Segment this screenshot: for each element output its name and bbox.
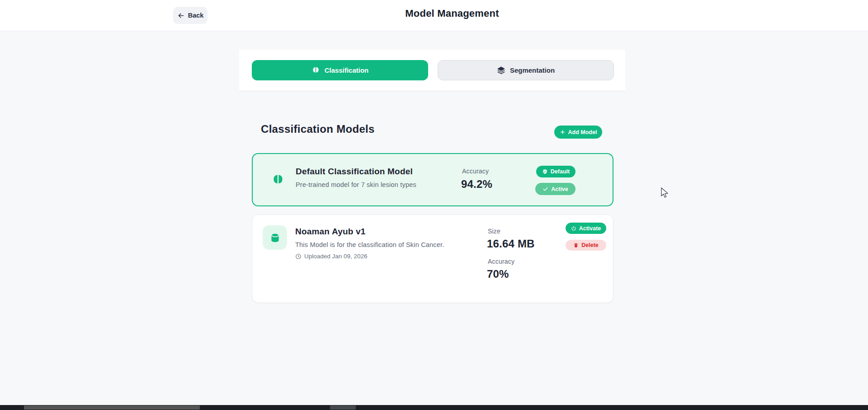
default-badge-label: Default (551, 168, 570, 175)
add-model-button[interactable]: Add Model (554, 126, 602, 139)
cube-icon (269, 232, 281, 244)
uploaded-row: Uploaded Jan 09, 2026 (295, 253, 368, 260)
tab-classification[interactable]: Classification (252, 60, 428, 80)
model-description: Pre-trained model for 7 skin lesion type… (296, 181, 416, 188)
arrow-left-icon (177, 12, 185, 19)
size-label: Size (488, 228, 500, 235)
section-heading: Classification Models (261, 123, 375, 135)
back-button-label: Back (188, 12, 204, 19)
active-badge: Active (535, 183, 576, 195)
accuracy-label: Accuracy (462, 168, 489, 175)
activate-button-label: Activate (579, 225, 601, 232)
uploaded-label: Uploaded Jan 09, 2026 (304, 253, 368, 260)
shield-icon (542, 169, 548, 175)
scrollbar-segment[interactable] (330, 405, 356, 410)
layers-icon (497, 66, 505, 75)
brain-icon (271, 173, 285, 186)
power-icon (571, 226, 576, 231)
page-title: Model Management (405, 8, 499, 19)
model-description: This Model is for the classification of … (295, 241, 444, 248)
tabs-bar: Classification Segmentation (239, 50, 625, 91)
mouse-cursor (660, 187, 670, 199)
model-card-default: Default Classification Model Pre-trained… (252, 153, 613, 206)
plus-icon (560, 129, 566, 135)
back-button[interactable]: Back (173, 7, 208, 24)
model-name: Noaman Ayub v1 (295, 227, 366, 237)
size-value: 16.64 MB (487, 238, 535, 250)
activate-button[interactable]: Activate (566, 223, 606, 234)
model-card-noaman: Noaman Ayub v1 This Model is for the cla… (252, 214, 613, 303)
model-icon-tile (263, 225, 287, 250)
scrollbar-thumb[interactable] (24, 405, 200, 410)
add-model-label: Add Model (568, 129, 597, 135)
trash-icon (573, 242, 579, 248)
delete-button[interactable]: Delete (566, 240, 606, 251)
tab-segmentation-label: Segmentation (510, 66, 555, 74)
tab-segmentation[interactable]: Segmentation (438, 60, 614, 80)
check-icon (542, 186, 548, 192)
model-management-page: Back Model Management Classification (0, 0, 868, 410)
accuracy-value: 94.2% (461, 178, 492, 191)
accuracy-label: Accuracy (488, 258, 514, 265)
clock-icon (295, 253, 302, 260)
brain-icon (311, 66, 320, 75)
tab-classification-label: Classification (325, 66, 369, 74)
default-badge: Default (536, 166, 576, 177)
accuracy-value: 70% (487, 268, 509, 280)
active-badge-label: Active (551, 186, 568, 192)
top-header: Back Model Management (0, 0, 868, 31)
delete-button-label: Delete (581, 242, 599, 248)
model-name: Default Classification Model (296, 167, 413, 177)
horizontal-scrollbar[interactable] (0, 405, 868, 410)
